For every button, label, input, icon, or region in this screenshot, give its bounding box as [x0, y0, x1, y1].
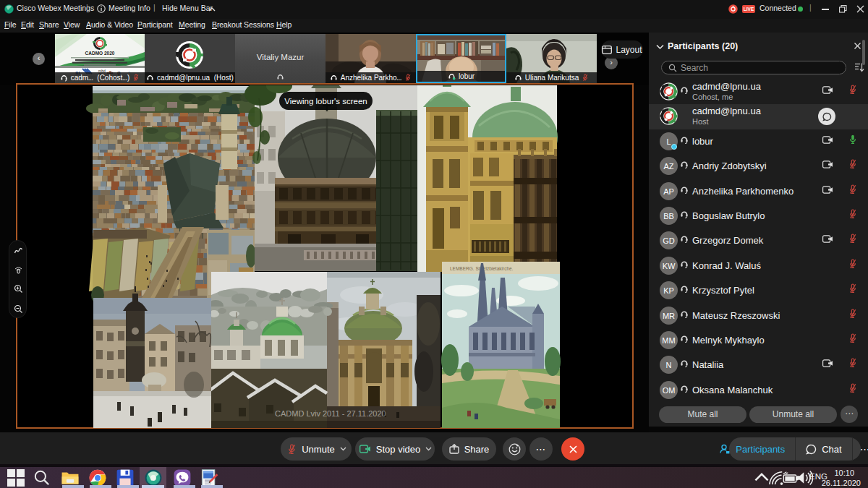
svg-text:CADMO 2020: CADMO 2020 — [85, 51, 115, 56]
svg-text:CADMD Lviv 2011 - 27.11.2020: CADMD Lviv 2011 - 27.11.2020 — [275, 409, 386, 418]
